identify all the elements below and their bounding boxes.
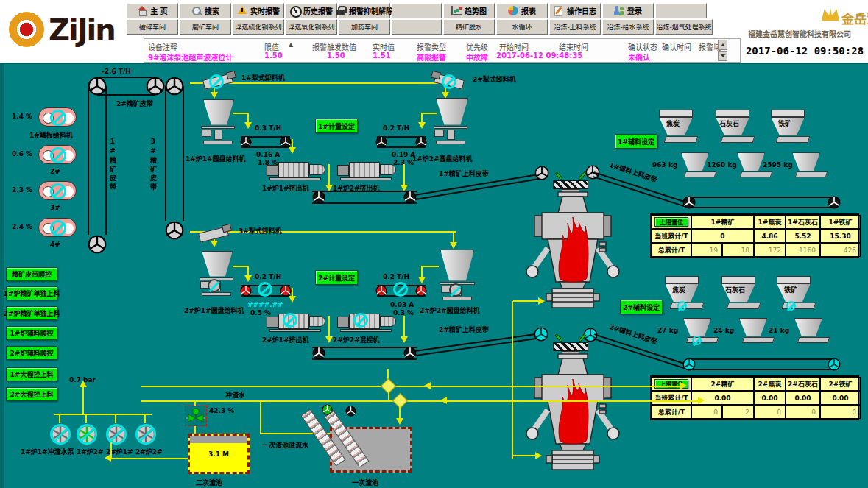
- aux-setting-2-button[interactable]: 2#辅料设定: [620, 300, 663, 314]
- vibrating-feeder[interactable]: [670, 303, 705, 309]
- table-cell: 0.00: [754, 391, 786, 405]
- seq-btn-furnace2-aux[interactable]: 2#炉辅料顺控: [6, 346, 57, 360]
- furnace-1[interactable]: [526, 188, 620, 313]
- aux-setting-1-button[interactable]: 1#辅料设定: [615, 134, 657, 149]
- extruder-1-2[interactable]: [337, 160, 398, 180]
- meter-setting-1-button[interactable]: 1#计量设定: [315, 119, 358, 133]
- disc-feeder-2-2[interactable]: [439, 282, 476, 301]
- tab-flotation-sulfide[interactable]: 浮选硫化铜系列: [233, 19, 284, 35]
- seq-btn-furnace1-concentrate[interactable]: 1#炉精矿单独上料: [6, 286, 57, 300]
- toolbar-trend-button[interactable]: 趋势图: [443, 3, 495, 18]
- aux-belt-1[interactable]: [689, 197, 833, 208]
- mixer-2-2[interactable]: [337, 311, 398, 332]
- plow-unloader-2[interactable]: [433, 70, 471, 93]
- weigh-feeder[interactable]: [684, 171, 717, 177]
- hopper[interactable]: [203, 99, 234, 126]
- silo-head: [665, 276, 699, 283]
- alarm-scroll-up-icon[interactable]: [718, 40, 727, 50]
- weigh-hopper[interactable]: [792, 152, 820, 171]
- toolbar-oplog-button[interactable]: 操作日志: [549, 3, 601, 18]
- feeder1-pct: 1.4 %: [12, 113, 32, 120]
- toolbar-realtime-alarm-button[interactable]: 实时报警: [233, 3, 284, 18]
- toolbar-search-button[interactable]: 搜索: [180, 3, 231, 18]
- weigh-hopper[interactable]: [737, 152, 765, 171]
- tab-smelting-fluegas[interactable]: 冶炼-烟气处理系统: [655, 19, 713, 35]
- collect-belt-1[interactable]: [312, 191, 417, 204]
- seq-btn-furnace2-concentrate[interactable]: 2#炉精矿单独上料: [6, 306, 57, 320]
- toolbar-login-button[interactable]: 登录: [602, 3, 654, 18]
- toolbar-alarm-suppress-button[interactable]: 报警抑制解除: [339, 3, 390, 18]
- seq-btn-concentrate-belt[interactable]: 精矿皮带顺控: [6, 267, 57, 281]
- disc-feeder-2-1[interactable]: [199, 277, 234, 297]
- tab-grinding[interactable]: 磨矿车间: [180, 19, 231, 35]
- tab-dewatering[interactable]: 精矿脱水: [443, 19, 495, 35]
- plow-unloader-3[interactable]: [197, 223, 236, 247]
- extruder-2-1[interactable]: [267, 311, 327, 332]
- belt3-label: 3#精矿皮带: [149, 138, 158, 192]
- weigh-hopper[interactable]: [683, 318, 711, 337]
- extruder-1-1[interactable]: [267, 160, 327, 180]
- rate-label: 0.2 T/H: [383, 273, 409, 280]
- weigh-feeder[interactable]: [795, 171, 828, 177]
- toolbar-report-button[interactable]: 报表: [496, 3, 548, 18]
- weigh-feeder[interactable]: [742, 337, 775, 343]
- disc-feeder-1-2[interactable]: [433, 126, 468, 145]
- vibrating-feeder[interactable]: [664, 136, 699, 143]
- brand-name: 金岳慧创: [841, 9, 868, 27]
- vibrating-feeder[interactable]: [727, 303, 761, 309]
- shift-reset-1-button[interactable]: 上班置位: [654, 217, 688, 227]
- weigh-hopper[interactable]: [681, 152, 709, 171]
- hopper[interactable]: [202, 251, 233, 277]
- history-icon: [290, 6, 300, 15]
- weigh-hopper[interactable]: [739, 318, 767, 337]
- alarm-banner[interactable]: 设备注释 限值 ▲ 报警触发数值 实时值 报警类型 优先级 开始时间 结束时间 …: [144, 38, 741, 63]
- weigh-feeder[interactable]: [686, 337, 719, 343]
- tab-dosing[interactable]: 加药车间: [339, 19, 390, 35]
- toolbar-home-button[interactable]: 主 页: [127, 3, 178, 18]
- weigh-feeder[interactable]: [797, 337, 830, 343]
- vibrating-feeder[interactable]: [776, 136, 811, 143]
- meter-setting-2-button[interactable]: 2#计量设定: [315, 270, 358, 285]
- disc-feeder-1-1[interactable]: [200, 126, 236, 145]
- tab-smelting-water[interactable]: 冶炼-给水系统: [602, 19, 654, 35]
- apron-feeder-3[interactable]: [38, 181, 77, 200]
- table-cell: 上班置位: [652, 215, 691, 229]
- sort-asc-icon[interactable]: ▲: [289, 41, 293, 48]
- pipe: [141, 386, 682, 387]
- plow-unloader-1[interactable]: [202, 70, 240, 93]
- pipe: [453, 233, 454, 243]
- belt1-conveyor[interactable]: [88, 86, 107, 235]
- alarm-scroll-down-icon[interactable]: [718, 51, 727, 61]
- tab-flotation-oxide[interactable]: 浮选氧化铜系列: [286, 19, 337, 35]
- toolbar-label: 报警抑制解除: [349, 5, 393, 16]
- tab-label: 精矿脱水: [456, 22, 482, 32]
- apron-feeder-2[interactable]: [38, 145, 77, 164]
- pipe: [421, 113, 437, 114]
- weigh-hopper[interactable]: [794, 318, 822, 337]
- toolbar-history-alarm-button[interactable]: 历史报警: [286, 3, 337, 18]
- flow-arrow-icon: [424, 382, 431, 389]
- seq-btn-2-program-feed[interactable]: 2#大程控上料: [6, 387, 57, 401]
- feed-belt-2-label: 2#精矿上料皮带: [439, 325, 489, 334]
- apron-feeder-4[interactable]: [38, 218, 77, 237]
- vibrating-feeder[interactable]: [721, 136, 755, 143]
- tab-crushing[interactable]: 破碎车间: [127, 19, 178, 35]
- table-cell: 1#铁矿: [820, 215, 861, 229]
- secondary-slag-pool[interactable]: 3.1 M: [188, 434, 250, 474]
- seq-btn-1-program-feed[interactable]: 1#大程控上料: [6, 367, 57, 381]
- seq-btn-furnace1-aux[interactable]: 1#炉辅料顺控: [6, 326, 57, 340]
- unloader1-label: 1#犁式卸料机: [241, 73, 285, 82]
- tab-smelting-feeding[interactable]: 冶炼-上料系统: [549, 19, 601, 35]
- tab-water-cycle[interactable]: 水循环: [496, 19, 548, 35]
- hopper[interactable]: [436, 98, 468, 126]
- collect-belt-2[interactable]: [312, 347, 417, 360]
- hopper[interactable]: [440, 250, 474, 282]
- weigh-feeder[interactable]: [740, 171, 773, 177]
- unlock-icon: [336, 6, 346, 15]
- control-valve[interactable]: [185, 406, 207, 426]
- aux-belt-2[interactable]: [689, 358, 833, 370]
- motor-running-icon: [322, 404, 333, 415]
- belt3-conveyor[interactable]: [165, 86, 184, 221]
- alarm-col-priority: 优先级: [466, 41, 488, 52]
- apron-feeder-1[interactable]: [38, 107, 77, 127]
